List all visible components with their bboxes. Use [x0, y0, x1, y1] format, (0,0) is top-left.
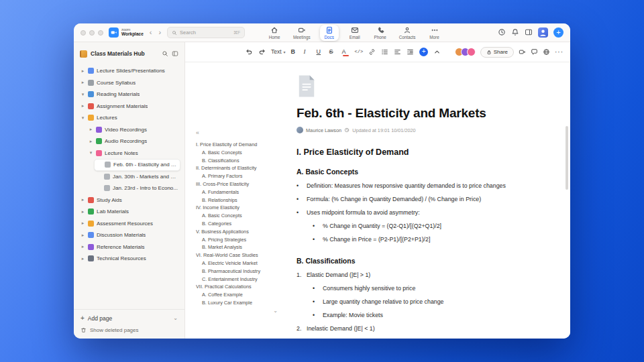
history-icon[interactable]	[498, 27, 506, 39]
chevron-icon[interactable]	[80, 244, 85, 249]
toc-item[interactable]: I. Price Elasticity of Demand	[196, 141, 278, 149]
strikethrough-button[interactable]: S	[329, 49, 337, 55]
chevron-icon[interactable]	[89, 127, 93, 132]
sidebar-item[interactable]: Lab Materials	[78, 206, 180, 218]
chevron-down-icon[interactable]: ⌄	[173, 315, 178, 321]
vertical-scrollbar[interactable]	[566, 126, 568, 190]
code-button[interactable]: </>	[355, 50, 364, 54]
list-item[interactable]: • Example: Movie tickets	[313, 308, 566, 322]
bold-button[interactable]: B	[291, 49, 299, 55]
sidebar-item[interactable]: Video Recordings	[86, 124, 180, 136]
notifications-bell-icon[interactable]	[511, 27, 519, 39]
toc-item[interactable]: A. Fundamentals	[196, 188, 278, 196]
toc-item[interactable]: B. Relationships	[196, 196, 278, 204]
document-content[interactable]: Feb. 6th - Elasticity and Markets Mauric…	[297, 62, 566, 335]
bullet-list-button[interactable]	[381, 48, 388, 56]
collapse-outline-icon[interactable]: «	[196, 129, 278, 136]
toc-item[interactable]: B. Classifications	[196, 157, 278, 165]
chevron-icon[interactable]	[80, 233, 85, 238]
list-item[interactable]: • Formula: (% Change in Quantity Demande…	[297, 192, 566, 206]
toc-item[interactable]: V. Business Applications	[196, 228, 278, 236]
list-item[interactable]: • Definition: Measures how responsive qu…	[297, 179, 566, 192]
toc-item[interactable]: IV. Income Elasticity	[196, 204, 278, 212]
sidebar-collapse-icon[interactable]	[172, 48, 178, 60]
toc-item[interactable]: A. Basic Concepts	[196, 212, 278, 220]
chevron-icon[interactable]	[80, 92, 85, 97]
chevron-icon[interactable]	[80, 209, 85, 215]
toc-item[interactable]: A. Primary Factors	[196, 172, 278, 180]
toc-item[interactable]: C. Entertainment Industry	[196, 276, 278, 284]
share-button[interactable]: Share	[480, 47, 514, 58]
back-button[interactable]: ‹	[149, 29, 153, 36]
link-button[interactable]	[368, 48, 376, 56]
collapse-toolbar-chevron-icon[interactable]	[433, 48, 441, 56]
sidebar-search-icon[interactable]	[162, 48, 168, 60]
more-options-icon[interactable]: ···	[555, 48, 564, 56]
italic-button[interactable]: I	[304, 49, 311, 55]
toc-item[interactable]: B. Pharmaceutical Industry	[196, 267, 278, 276]
text-style-dropdown[interactable]: Text ▾	[271, 49, 286, 55]
toc-item[interactable]: VI. Real-World Case Studies	[196, 251, 278, 259]
zoom-window-button[interactable]	[98, 30, 103, 36]
list-item[interactable]: • % Change in Price = (P2-P1)/[(P2+P1)/2…	[313, 233, 566, 246]
sidebar-item[interactable]: Jan. 30th - Markets and P...	[94, 171, 180, 183]
language-globe-icon[interactable]	[543, 48, 550, 56]
sidebar-item[interactable]: Reading Materials	[78, 88, 180, 101]
list-item[interactable]: 1. Elastic Demand (|E| > 1)	[297, 268, 566, 282]
toc-item[interactable]: B. Categories	[196, 220, 278, 228]
indent-button[interactable]	[407, 48, 414, 56]
chevron-icon[interactable]	[80, 80, 85, 85]
undo-button[interactable]	[246, 48, 253, 56]
sidebar-toggle-icon[interactable]	[525, 27, 533, 39]
tab-more[interactable]: More	[425, 25, 444, 41]
chevron-icon[interactable]	[80, 197, 85, 202]
text-color-button[interactable]: A	[342, 49, 350, 55]
subsection-heading[interactable]: B. Classifications	[297, 257, 566, 265]
toc-item[interactable]: II. Determinants of Elasticity	[196, 164, 278, 172]
tab-phone[interactable]: Phone	[371, 25, 390, 41]
align-button[interactable]	[394, 48, 401, 56]
sidebar-item[interactable]: Technical Resources	[78, 253, 180, 265]
video-call-icon[interactable]	[519, 48, 526, 56]
chevron-icon[interactable]	[80, 103, 85, 109]
sidebar-item[interactable]: Reference Materials	[78, 241, 180, 253]
toc-item[interactable]: III. Cross-Price Elasticity	[196, 180, 278, 188]
toc-item[interactable]: A. Basic Concepts	[196, 149, 278, 157]
collaborator-avatars[interactable]	[455, 48, 476, 56]
toc-item[interactable]: B. Market Analysis	[196, 243, 278, 251]
comments-icon[interactable]	[531, 48, 538, 56]
list-item[interactable]: 2. Inelastic Demand (|E| < 1)	[297, 322, 566, 335]
toc-item[interactable]: A. Pricing Strategies	[196, 236, 278, 244]
show-deleted-pages-button[interactable]: Show deleted pages	[80, 327, 178, 333]
sidebar-item[interactable]: Audio Recordings	[86, 135, 180, 147]
sidebar-item[interactable]: Assignment Materials	[78, 101, 180, 113]
tab-email[interactable]: Email	[345, 25, 364, 41]
user-avatar[interactable]	[538, 27, 548, 38]
redo-button[interactable]	[258, 48, 266, 56]
close-window-button[interactable]	[80, 30, 86, 36]
sidebar-item[interactable]: Study Aids	[78, 194, 180, 206]
toc-item[interactable]: A. Coffee Example	[196, 291, 278, 299]
underline-button[interactable]: U	[317, 49, 324, 55]
list-item[interactable]: • % Change in Quantity = (Q2-Q1)/[(Q2+Q1…	[313, 219, 566, 233]
chevron-icon[interactable]	[80, 115, 85, 121]
search-input[interactable]: Search ⌘F	[167, 27, 245, 38]
chevron-icon[interactable]	[80, 221, 85, 226]
sidebar-item[interactable]: Lectures	[78, 112, 180, 124]
list-item[interactable]: • Large quantity change relative to pric…	[313, 295, 566, 308]
document-canvas[interactable]: « I. Price Elasticity of Demand A. Basic…	[185, 62, 570, 339]
tab-docs[interactable]: Docs	[320, 25, 339, 41]
sidebar-item[interactable]: Lecture Notes	[86, 147, 180, 160]
tab-contacts[interactable]: Contacts	[396, 25, 419, 41]
chevron-icon[interactable]	[80, 256, 85, 261]
toc-item[interactable]: B. Luxury Car Example	[196, 299, 278, 307]
toc-item[interactable]: VII. Practical Calculations	[196, 283, 278, 291]
sidebar-item[interactable]: Discussion Materials	[78, 229, 180, 241]
subsection-heading[interactable]: A. Basic Concepts	[297, 168, 566, 176]
insert-block-button[interactable]: +	[419, 48, 428, 56]
chevron-icon[interactable]	[80, 68, 85, 74]
new-item-plus-button[interactable]: +	[553, 27, 564, 38]
forward-button[interactable]: ›	[158, 29, 162, 36]
sidebar-item[interactable]: Course Syllabus	[78, 77, 180, 89]
list-item[interactable]: • Uses midpoint formula to avoid asymmet…	[297, 206, 566, 219]
